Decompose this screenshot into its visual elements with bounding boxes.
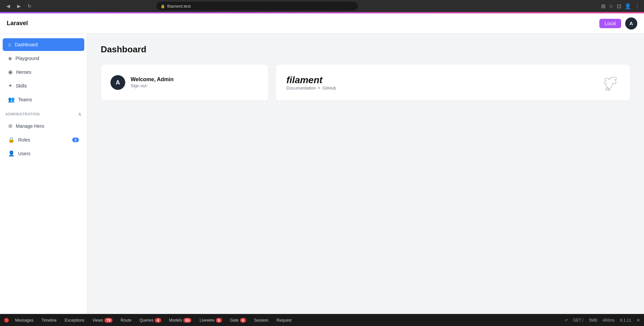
debug-tab-request[interactable]: Request (273, 317, 295, 324)
app-logo: Laravel (7, 20, 28, 27)
browser-chrome: ◀ ▶ ↻ 🔒 filament.test ⊞ ☆ ⊡ 👤 ⋮ (0, 0, 644, 12)
sidebar-item-heroes[interactable]: ◉ Heroes (3, 65, 84, 78)
forward-button[interactable]: ▶ (15, 2, 23, 10)
sidebar-label-heroes: Heroes (16, 69, 31, 75)
raptor-illustration (599, 72, 619, 93)
svg-point-0 (610, 78, 611, 79)
sidebar-item-skills[interactable]: ✦ Skills (3, 79, 84, 92)
url-text: filament.test (167, 4, 191, 9)
app-body: ⌂ Dashboard ◈ Playground ◉ Heroes ✦ Skil… (0, 34, 644, 314)
debug-right: ↗ GET / 5MB 460ms 8.1.11 ✕ (564, 318, 640, 323)
filament-brand-section: filament Documentation • GitHub (286, 75, 336, 91)
sidebar-label-playground: Playground (15, 56, 39, 61)
livewire-badge: 5 (216, 318, 222, 323)
debug-tab-session[interactable]: Session (251, 317, 272, 324)
debug-tab-route[interactable]: Route (117, 317, 135, 324)
roles-icon: 🔒 (8, 137, 15, 143)
debug-memory: 5MB (589, 318, 597, 323)
welcome-heading: Welcome, Admin (131, 76, 174, 83)
skills-icon: ✦ (8, 83, 12, 89)
back-button[interactable]: ◀ (4, 2, 12, 10)
profile-icon[interactable]: 👤 (625, 3, 631, 9)
filament-card: filament Documentation • GitHub (275, 64, 631, 101)
users-icon: 👤 (8, 150, 15, 157)
debug-php: 8.1.11 (620, 318, 631, 323)
user-avatar[interactable]: A (625, 17, 637, 30)
debug-tab-livewire[interactable]: Livewire 5 (196, 317, 225, 324)
debug-tab-views[interactable]: Views 79 (89, 317, 116, 324)
queries-badge: 4 (155, 318, 161, 323)
lock-icon: 🔒 (160, 4, 165, 8)
refresh-button[interactable]: ↻ (26, 2, 34, 10)
debug-tab-gate[interactable]: Gate 6 (227, 317, 249, 324)
debug-time: 460ms (603, 318, 615, 323)
sidebar-label-manage-hero: Manage Hero (16, 123, 44, 129)
filament-brand: filament (286, 75, 336, 86)
extensions-icon[interactable]: ⊡ (617, 3, 621, 9)
github-link[interactable]: GitHub (322, 86, 336, 91)
main-content: Dashboard A Welcome, Admin Sign out fila… (87, 34, 644, 314)
menu-icon[interactable]: ⋮ (635, 3, 640, 9)
sidebar-label-teams: Teams (18, 97, 32, 102)
teams-icon: 👥 (8, 96, 15, 103)
debug-tab-queries[interactable]: Queries 4 (136, 317, 164, 324)
sidebar-label-skills: Skills (16, 83, 27, 89)
models-badge: 65 (183, 318, 191, 323)
debug-tab-messages[interactable]: Messages (12, 317, 37, 324)
sidebar: ⌂ Dashboard ◈ Playground ◉ Heroes ✦ Skil… (0, 34, 87, 314)
debug-laravel-icon: 🔴 (4, 318, 9, 323)
browser-toolbar: ⊞ ☆ ⊡ 👤 ⋮ (601, 3, 640, 9)
sidebar-item-roles[interactable]: 🔒 Roles 2 (3, 133, 84, 146)
sidebar-item-teams[interactable]: 👥 Teams (3, 93, 84, 106)
debug-bar: 🔴 Messages Timeline Exceptions Views 79 … (0, 314, 644, 326)
sidebar-item-users[interactable]: 👤 Users (3, 147, 84, 160)
local-badge[interactable]: Local (599, 19, 621, 28)
sidebar-label-roles: Roles (18, 137, 30, 143)
sidebar-item-playground[interactable]: ◈ Playground (3, 52, 84, 65)
sidebar-label-dashboard: Dashboard (15, 42, 38, 47)
admin-section-header: ADMINISTRATION ∧ (0, 107, 87, 119)
sidebar-item-dashboard[interactable]: ⌂ Dashboard (3, 38, 84, 51)
cards-row: A Welcome, Admin Sign out filament Docum… (101, 64, 631, 101)
app-header: Laravel Local A (0, 13, 644, 34)
welcome-text: Welcome, Admin Sign out (131, 76, 174, 89)
header-right: Local A (599, 17, 637, 30)
playground-icon: ◈ (8, 55, 12, 61)
debug-tab-timeline[interactable]: Timeline (38, 317, 60, 324)
collapse-icon[interactable]: ∧ (78, 111, 82, 117)
gate-badge: 6 (240, 318, 246, 323)
filament-links: Documentation • GitHub (286, 86, 336, 91)
sidebar-label-users: Users (18, 151, 31, 156)
debug-arrow-icon: ↗ (564, 318, 568, 323)
roles-badge: 2 (72, 138, 79, 142)
separator: • (318, 86, 320, 91)
home-icon: ⌂ (8, 42, 11, 48)
star-icon[interactable]: ☆ (609, 3, 613, 9)
views-badge: 79 (104, 318, 112, 323)
heroes-icon: ◉ (8, 69, 13, 75)
debug-tab-exceptions[interactable]: Exceptions (61, 317, 88, 324)
debug-method: GET / (573, 318, 584, 323)
welcome-card: A Welcome, Admin Sign out (101, 64, 269, 101)
manage-hero-icon: ⊕ (8, 123, 12, 129)
documentation-link[interactable]: Documentation (286, 86, 316, 91)
welcome-avatar: A (110, 75, 125, 90)
debug-tab-models[interactable]: Models 65 (166, 317, 195, 324)
page-title: Dashboard (101, 44, 631, 55)
debug-close[interactable]: ✕ (637, 318, 640, 323)
sidebar-item-manage-hero[interactable]: ⊕ Manage Hero (3, 119, 84, 132)
address-bar[interactable]: 🔒 filament.test (156, 2, 358, 10)
sign-out-link[interactable]: Sign out (131, 83, 147, 88)
apps-icon[interactable]: ⊞ (601, 3, 605, 9)
